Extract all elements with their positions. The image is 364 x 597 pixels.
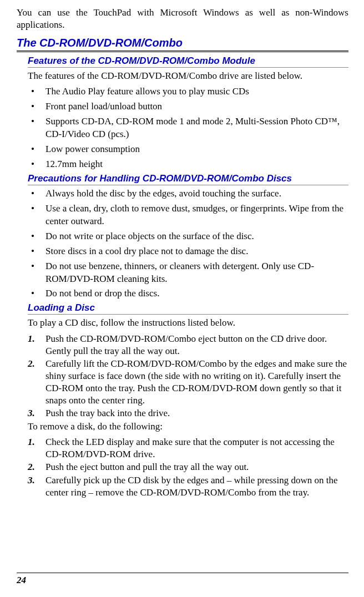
step-item: Push the CD-ROM/DVD-ROM/Combo eject butt…	[28, 333, 348, 357]
intro-paragraph: You can use the TouchPad with Microsoft …	[17, 7, 348, 31]
subsection-loading-title: Loading a Disc	[28, 302, 348, 315]
step-item: Push the tray back into the drive.	[28, 407, 348, 419]
list-item: Do not bend or drop the discs.	[28, 287, 348, 300]
list-item: Do not use benzene, thinners, or cleaner…	[28, 260, 348, 286]
loading-lead: To play a CD disc, follow the instructio…	[28, 317, 348, 329]
list-item: Do not write or place objects on the sur…	[28, 230, 348, 243]
list-item: Store discs in a cool dry place not to d…	[28, 245, 348, 258]
loading-steps: Push the CD-ROM/DVD-ROM/Combo eject butt…	[28, 333, 348, 420]
precautions-list: Always hold the disc by the edges, avoid…	[28, 188, 348, 301]
list-item: Always hold the disc by the edges, avoid…	[28, 188, 348, 200]
step-item: Check the LED display and make sure that…	[28, 436, 348, 461]
page-footer: 24	[17, 573, 348, 586]
subsection-features-title: Features of the CD-ROM/DVD-ROM/Combo Mod…	[28, 55, 348, 68]
list-item: Front panel load/unload button	[28, 100, 348, 113]
list-item: The Audio Play feature allows you to pla…	[28, 85, 348, 98]
subsection-precautions-title: Precautions for Handling CD-ROM/DVD-ROM/…	[28, 173, 348, 185]
list-item: 12.7mm height	[28, 158, 348, 171]
step-item: Push the eject button and pull the tray …	[28, 461, 348, 473]
step-item: Carefully pick up the CD disk by the edg…	[28, 474, 348, 499]
list-item: Use a clean, dry, cloth to remove dust, …	[28, 203, 348, 228]
features-list: The Audio Play feature allows you to pla…	[28, 85, 348, 171]
list-item: Supports CD-DA, CD-ROM mode 1 and mode 2…	[28, 115, 348, 141]
remove-lead: To remove a disk, do the following:	[28, 421, 348, 433]
section-title-cdrom: The CD-ROM/DVD-ROM/Combo	[17, 37, 348, 52]
list-item: Low power consumption	[28, 143, 348, 156]
features-lead: The features of the CD-ROM/DVD-ROM/Combo…	[28, 70, 348, 82]
step-item: Carefully lift the CD-ROM/DVD-ROM/Combo …	[28, 358, 348, 407]
page-number: 24	[17, 575, 26, 585]
remove-steps: Check the LED display and make sure that…	[28, 436, 348, 498]
